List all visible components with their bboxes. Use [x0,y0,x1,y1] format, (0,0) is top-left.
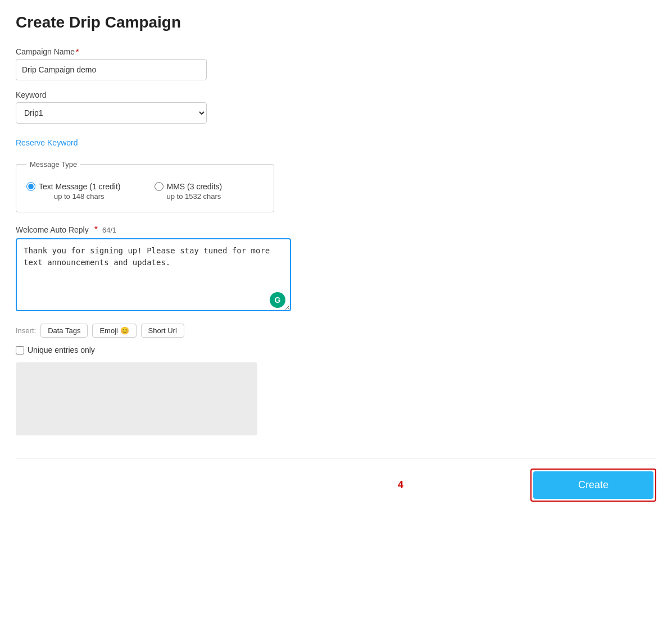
message-type-mms: MMS (3 credits) up to 1532 chars [155,182,223,201]
text-message-sublabel: up to 148 chars [54,192,105,201]
welcome-reply-textarea[interactable]: Thank you for signing up! Please stay tu… [16,238,291,311]
mms-label: MMS (3 credits) [167,182,223,191]
campaign-name-input[interactable] [16,59,207,80]
unique-entries-label: Unique entries only [28,345,95,354]
text-message-radio[interactable] [26,182,35,191]
keyword-label: Keyword [16,90,656,99]
welcome-reply-required: * [94,225,98,235]
insert-emoji-button[interactable]: Emoji 😊 [92,324,136,338]
unique-entries-checkbox[interactable] [16,346,24,354]
insert-short-url-button[interactable]: Short Url [141,324,184,338]
welcome-reply-label: Welcome Auto Reply [16,225,89,234]
reserve-keyword-link[interactable]: Reserve Keyword [16,138,78,147]
insert-label: Insert: [16,326,36,335]
insert-data-tags-button[interactable]: Data Tags [40,324,88,338]
message-type-options: Text Message (1 credit) up to 148 chars … [26,182,264,201]
mms-radio[interactable] [155,182,164,191]
campaign-name-group: Campaign Name* [16,47,656,80]
mms-sublabel: up to 1532 chars [166,192,221,201]
create-button-wrapper: Create [530,469,656,502]
page-title: Create Drip Campaign [16,13,656,31]
footer-row: 4 Create [16,458,656,502]
keyword-group: Keyword Drip1 Drip2 Drip3 [16,90,656,124]
message-type-legend: Message Type [26,160,80,169]
welcome-reply-group: Welcome Auto Reply * 64/1 Thank you for … [16,225,656,313]
message-type-group: Message Type Text Message (1 credit) up … [16,160,656,212]
insert-row: Insert: Data Tags Emoji 😊 Short Url [16,324,656,338]
message-type-text: Text Message (1 credit) up to 148 chars [26,182,121,201]
step-number: 4 [398,479,403,491]
char-count: 64/1 [102,226,116,234]
gray-box [16,362,257,435]
campaign-name-label: Campaign Name* [16,47,656,56]
keyword-select[interactable]: Drip1 Drip2 Drip3 [16,102,207,124]
text-message-label: Text Message (1 credit) [39,182,121,191]
textarea-wrapper: Thank you for signing up! Please stay tu… [16,238,291,313]
create-button[interactable]: Create [533,471,653,499]
grammarly-icon: G [270,292,285,308]
message-type-fieldset: Message Type Text Message (1 credit) up … [16,160,274,212]
unique-entries-row: Unique entries only [16,345,656,354]
